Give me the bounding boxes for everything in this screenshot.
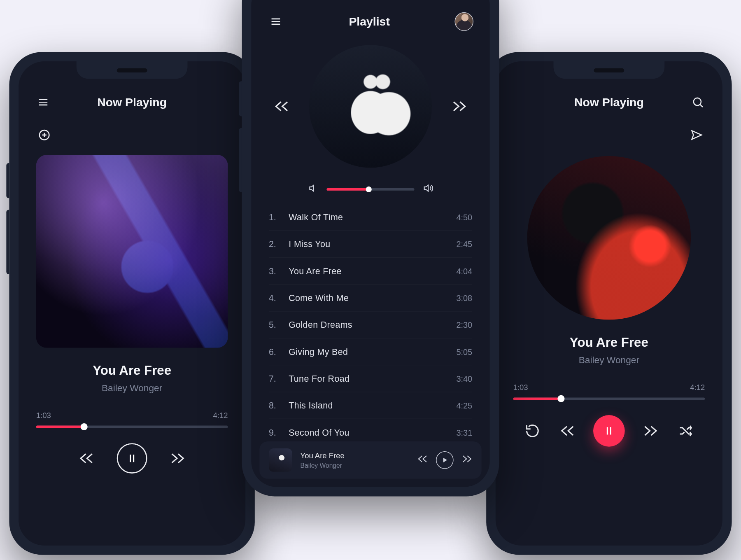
time-current: 1:03 xyxy=(513,383,528,392)
track-artist: Bailey Wonger xyxy=(496,355,722,366)
menu-icon[interactable] xyxy=(35,94,51,110)
track-title: You Are Free xyxy=(19,363,245,378)
track-row[interactable]: 6.Giving My Bed5:05 xyxy=(269,338,472,365)
page-title: Playlist xyxy=(349,15,389,28)
page-title: Now Playing xyxy=(574,96,644,109)
volume-slider[interactable] xyxy=(327,188,415,191)
album-art xyxy=(36,155,228,348)
previous-icon[interactable] xyxy=(272,97,291,116)
shuffle-icon[interactable] xyxy=(676,422,695,440)
phone-now-playing-circle: Now Playing You Are Free Bailey Wonger 1… xyxy=(486,52,732,555)
next-icon[interactable] xyxy=(450,97,468,116)
pause-button[interactable] xyxy=(117,443,147,474)
mini-player[interactable]: You Are Free Bailey Wonger xyxy=(259,441,482,479)
phone-playlist: Playlist xyxy=(242,0,499,496)
mini-art xyxy=(269,448,292,472)
pause-button[interactable] xyxy=(593,415,625,447)
progress-bar[interactable] xyxy=(513,397,705,400)
time-total: 4:12 xyxy=(690,383,705,392)
track-row[interactable]: 7.Tune For Road3:40 xyxy=(269,365,472,392)
album-art xyxy=(527,156,691,320)
next-icon[interactable] xyxy=(641,422,659,440)
svg-point-1 xyxy=(694,98,701,105)
device-notch xyxy=(77,61,188,79)
mini-previous-icon[interactable] xyxy=(417,454,428,467)
track-row[interactable]: 5.Golden Dreams2:30 xyxy=(269,312,472,338)
repeat-icon[interactable] xyxy=(523,422,542,440)
page-title: Now Playing xyxy=(97,96,167,109)
previous-icon[interactable] xyxy=(77,449,96,467)
device-notch xyxy=(553,61,664,79)
track-row[interactable]: 8.This Island4:25 xyxy=(269,392,472,419)
track-row[interactable]: 3.You Are Free4:04 xyxy=(269,258,472,285)
add-icon[interactable] xyxy=(36,127,53,143)
track-artist: Bailey Wonger xyxy=(19,383,245,394)
menu-icon[interactable] xyxy=(268,13,284,30)
phone-now-playing-square: Now Playing You Are Free Bailey Wonger 1… xyxy=(9,52,254,555)
avatar[interactable] xyxy=(454,12,473,31)
previous-icon[interactable] xyxy=(558,422,577,440)
next-icon[interactable] xyxy=(168,449,187,467)
volume-high-icon[interactable] xyxy=(422,183,433,196)
track-row[interactable]: 1.Walk Of Time4:50 xyxy=(269,204,472,231)
mini-track-artist: Bailey Wonger xyxy=(301,462,409,469)
track-list: 1.Walk Of Time4:50 2.I Miss You2:45 3.Yo… xyxy=(251,199,489,446)
search-icon[interactable] xyxy=(690,94,706,110)
mini-next-icon[interactable] xyxy=(462,454,473,467)
progress-bar[interactable] xyxy=(36,426,228,428)
track-title: You Are Free xyxy=(496,335,722,350)
playlist-art xyxy=(309,45,432,168)
time-current: 1:03 xyxy=(36,411,51,420)
time-total: 4:12 xyxy=(213,411,228,420)
track-row[interactable]: 2.I Miss You2:45 xyxy=(269,231,472,258)
send-icon[interactable] xyxy=(688,127,705,143)
track-row[interactable]: 4.Come With Me3:08 xyxy=(269,285,472,311)
volume-low-icon[interactable] xyxy=(308,183,319,196)
mini-play-button[interactable] xyxy=(436,451,454,469)
mini-track-title: You Are Free xyxy=(301,451,409,460)
